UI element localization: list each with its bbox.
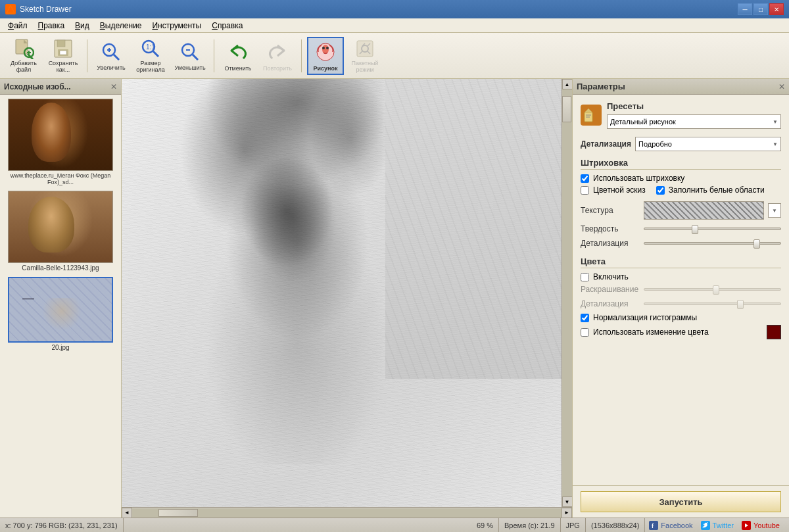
save-as-label: Сохранитькак... — [49, 60, 78, 74]
status-bar: x: 700 y: 796 RGB: (231, 231, 231) 69 % … — [0, 518, 789, 532]
horizontal-scrollbar[interactable]: ◄ ► — [122, 507, 572, 518]
redo-icon — [266, 40, 289, 64]
hardness-label: Твердость — [581, 224, 640, 233]
toolbar: Добавитьфайл Сохранитькак... Увеличить — [0, 33, 789, 79]
color-sketch-checkbox[interactable] — [581, 186, 589, 195]
zoom-in-icon — [99, 40, 123, 64]
status-time: Время (с): 21.9 — [499, 518, 561, 532]
original-size-button[interactable]: 1:1 Размероригинала — [132, 37, 169, 75]
undo-button[interactable]: Отменить — [220, 37, 256, 75]
zoom-out-icon — [178, 40, 202, 64]
zoom-out-button[interactable]: Уменьшить — [172, 37, 208, 75]
minimize-button[interactable]: ─ — [738, 3, 752, 15]
undo-label: Отменить — [224, 65, 251, 72]
menu-view[interactable]: Вид — [70, 20, 95, 32]
color-sketch-label: Цветной эскиз — [593, 185, 646, 195]
hatching-detail-thumb[interactable] — [753, 239, 760, 249]
colors-enable-label: Включить — [593, 272, 629, 281]
drawing-button[interactable]: Рисунок — [307, 37, 344, 75]
twitter-link[interactable]: Twitter — [697, 521, 738, 530]
presets-dropdown[interactable]: Детальный рисунок ▼ — [607, 114, 781, 129]
image-thumbnail-2 — [8, 191, 113, 263]
hardness-track — [644, 228, 781, 230]
scroll-right-button[interactable]: ► — [562, 508, 572, 518]
colors-title: Цвета — [581, 256, 781, 268]
list-item[interactable]: — 20.jpg — [4, 277, 117, 351]
youtube-link[interactable]: Youtube — [738, 521, 784, 530]
image-thumbnail-1 — [8, 99, 113, 171]
normalize-hist-label: Нормализация гистограммы — [593, 313, 697, 322]
dropdown-arrow-icon: ▼ — [773, 119, 778, 125]
zoom-in-button[interactable]: Увеличить — [93, 37, 130, 75]
status-dimensions: (1536x888x24) — [586, 518, 645, 532]
use-hatching-checkbox[interactable] — [581, 174, 589, 183]
color-swatch[interactable] — [767, 325, 781, 339]
save-icon — [51, 38, 75, 59]
detail-level-label: Детализация — [581, 139, 631, 149]
texture-dropdown[interactable]: ▼ — [768, 203, 781, 218]
add-file-button[interactable]: Добавитьфайл — [5, 37, 42, 75]
left-panel: Исходные изоб... ✕ www.theplace.ru_Меган… — [0, 79, 122, 518]
batch-button[interactable]: Пакетныйрежим — [347, 37, 383, 75]
original-size-label: Размероригинала — [136, 60, 165, 74]
svg-rect-10 — [60, 51, 66, 55]
scroll-h-thumb[interactable] — [158, 509, 198, 517]
right-panel-header: Параметры ✕ — [573, 79, 789, 95]
scroll-up-button[interactable]: ▲ — [562, 79, 573, 89]
presets-value: Детальный рисунок — [610, 118, 676, 126]
list-item[interactable]: www.theplace.ru_Меган Фокс (Megan Fox)_s… — [4, 99, 117, 185]
hardness-thumb[interactable] — [692, 225, 698, 234]
left-panel-close[interactable]: ✕ — [110, 82, 117, 91]
texture-preview — [644, 201, 764, 220]
presets-row: Пресеты Детальный рисунок ▼ — [581, 101, 781, 129]
vertical-scrollbar[interactable]: ▲ ▼ — [562, 79, 572, 507]
colors-enable-checkbox[interactable] — [581, 273, 589, 281]
facebook-link[interactable]: f Facebook — [645, 521, 696, 530]
list-item[interactable]: Camilla-Belle-1123943.jpg — [4, 191, 117, 272]
image-label-3: 20.jpg — [51, 344, 69, 351]
colors-detail-thumb[interactable] — [737, 300, 744, 309]
facebook-icon: f — [649, 521, 658, 530]
image-thumbnail-3: — — [8, 277, 113, 343]
status-coords: x: 700 y: 796 RGB: (231, 231, 231) — [5, 518, 124, 532]
svg-marker-28 — [585, 109, 592, 112]
maximize-button[interactable]: □ — [753, 3, 768, 15]
fill-white-checkbox[interactable] — [656, 186, 665, 195]
normalize-hist-checkbox[interactable] — [581, 314, 589, 322]
texture-label: Текстура — [581, 206, 640, 215]
color-change-checkbox[interactable] — [581, 328, 589, 337]
menu-file[interactable]: Файл — [3, 20, 33, 32]
twitter-icon — [701, 521, 710, 530]
colorize-track — [644, 288, 781, 291]
status-format: JPG — [561, 518, 586, 532]
save-as-button[interactable]: Сохранитькак... — [45, 37, 82, 75]
youtube-label: Youtube — [753, 521, 780, 529]
run-button[interactable]: Запустить — [581, 491, 781, 512]
colors-enable-row: Включить — [581, 272, 781, 281]
right-panel-close[interactable]: ✕ — [778, 82, 785, 91]
original-size-icon: 1:1 — [139, 38, 162, 59]
scroll-h-track[interactable] — [132, 508, 562, 518]
scroll-down-button[interactable]: ▼ — [562, 496, 573, 507]
menu-help[interactable]: Справка — [206, 20, 248, 32]
colors-detail-track — [644, 302, 781, 305]
scroll-left-button[interactable]: ◄ — [122, 508, 132, 518]
hatching-detail-row: Детализация — [581, 238, 781, 249]
colorize-thumb[interactable] — [713, 285, 719, 295]
canvas-inner[interactable] — [122, 79, 562, 507]
hatching-detail-slider[interactable] — [644, 238, 781, 249]
close-button[interactable]: ✕ — [769, 3, 784, 15]
hardness-slider[interactable] — [644, 224, 781, 234]
menu-edit[interactable]: Правка — [33, 20, 70, 32]
zoom-out-label: Уменьшить — [174, 65, 205, 72]
canvas-wrapper: ▲ ▼ ◄ ► — [122, 79, 572, 518]
undo-icon — [226, 40, 250, 64]
menu-selection[interactable]: Выделение — [95, 20, 147, 32]
scroll-v-track[interactable] — [562, 89, 572, 496]
redo-button[interactable]: Повторить — [259, 37, 296, 75]
svg-marker-0 — [7, 5, 14, 13]
scroll-v-thumb[interactable] — [562, 96, 571, 122]
detail-level-dropdown[interactable]: Подробно ▼ — [635, 137, 781, 151]
separator-2 — [214, 39, 214, 72]
menu-tools[interactable]: Инструменты — [147, 20, 206, 32]
